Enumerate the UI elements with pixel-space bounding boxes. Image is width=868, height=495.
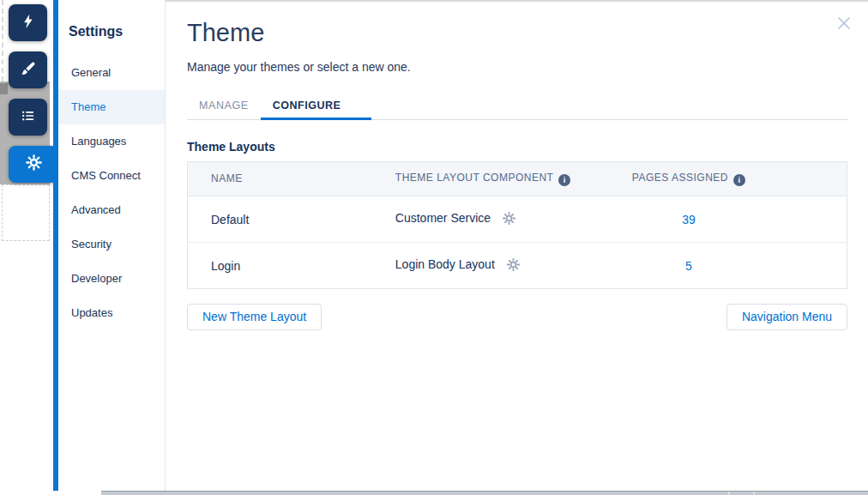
- column-header-pages: PAGES ASSIGNEDi: [590, 162, 788, 196]
- table-row: Login Login Body Layout: [188, 242, 847, 288]
- pages-list-button[interactable]: [9, 99, 47, 136]
- actions-row: New Theme Layout Navigation Menu: [187, 304, 847, 330]
- cell-component: Customer Service: [372, 196, 590, 242]
- navigation-menu-button[interactable]: Navigation Menu: [726, 304, 847, 330]
- column-header-component: THEME LAYOUT COMPONENTi: [372, 162, 590, 196]
- theme-settings-panel: Theme Manage your themes or select a new…: [166, 0, 868, 491]
- theme-brush-button[interactable]: [9, 51, 47, 88]
- sidebar-item-theme[interactable]: Theme: [58, 90, 165, 124]
- page-title: Theme: [187, 19, 847, 47]
- cell-name: Login: [188, 242, 372, 288]
- page-subtitle: Manage your themes or select a new one.: [187, 60, 847, 74]
- sidebar-item-languages[interactable]: Languages: [58, 124, 165, 159]
- column-header-label: NAME: [211, 172, 243, 184]
- bottom-strip-separator: [753, 492, 755, 495]
- theme-layouts-table: NAME THEME LAYOUT COMPONENTi PAGES ASSIG…: [187, 161, 847, 289]
- info-icon[interactable]: i: [733, 174, 745, 186]
- page-behind-bottom-strip: [0, 491, 868, 495]
- sidebar-item-general[interactable]: General: [58, 56, 165, 90]
- lightning-icon: [20, 13, 37, 33]
- list-icon: [20, 107, 37, 128]
- settings-button-active[interactable]: [9, 146, 58, 183]
- component-label: Customer Service: [395, 211, 491, 225]
- sidebar-item-developer[interactable]: Developer: [58, 262, 165, 296]
- sidebar-title: Settings: [58, 0, 165, 39]
- pages-assigned-link[interactable]: 39: [682, 213, 696, 226]
- column-header-spacer: [787, 162, 847, 196]
- quick-actions-button[interactable]: [9, 4, 47, 41]
- table-header-row: NAME THEME LAYOUT COMPONENTi PAGES ASSIG…: [188, 162, 847, 196]
- bottom-strip-separator: [728, 492, 730, 495]
- close-icon[interactable]: [837, 16, 851, 30]
- new-theme-layout-button[interactable]: New Theme Layout: [187, 304, 322, 330]
- table-row: Default Customer Service: [188, 196, 847, 242]
- settings-nav: General Theme Languages CMS Connect Adva…: [58, 56, 165, 330]
- cell-pages-assigned: 5: [590, 242, 788, 288]
- sidebar-item-advanced[interactable]: Advanced: [58, 193, 165, 227]
- tab-manage[interactable]: MANAGE: [187, 92, 261, 119]
- settings-gear-icon[interactable]: [498, 214, 516, 228]
- component-label: Login Body Layout: [395, 257, 495, 271]
- tab-bar: MANAGE CONFIGURE: [187, 92, 847, 120]
- info-icon[interactable]: i: [558, 174, 570, 186]
- page-behind-dashed-region: [2, 184, 50, 241]
- column-header-label: THEME LAYOUT COMPONENT: [395, 172, 554, 184]
- brush-icon: [20, 60, 37, 81]
- page-behind-gray-accent: [0, 83, 8, 94]
- cell-component: Login Body Layout: [372, 242, 590, 288]
- column-header-name: NAME: [188, 162, 372, 196]
- pages-assigned-link[interactable]: 5: [685, 259, 692, 273]
- section-title: Theme Layouts: [187, 140, 847, 154]
- column-header-label: PAGES ASSIGNED: [632, 172, 728, 184]
- settings-sidebar: Settings General Theme Languages CMS Con…: [58, 0, 166, 491]
- builder-toolbar: [0, 0, 58, 495]
- tab-configure[interactable]: CONFIGURE: [261, 92, 372, 120]
- cell-spacer: [787, 196, 847, 242]
- page-dashed-edge: [2, 0, 3, 81]
- sidebar-item-security[interactable]: Security: [58, 227, 165, 262]
- settings-gear-icon[interactable]: [503, 261, 521, 275]
- cell-name: Default: [188, 196, 372, 242]
- cell-pages-assigned: 39: [590, 196, 788, 242]
- sidebar-item-updates[interactable]: Updates: [58, 296, 165, 330]
- gear-icon: [25, 154, 43, 175]
- cell-spacer: [787, 242, 847, 288]
- sidebar-item-cms-connect[interactable]: CMS Connect: [58, 159, 165, 193]
